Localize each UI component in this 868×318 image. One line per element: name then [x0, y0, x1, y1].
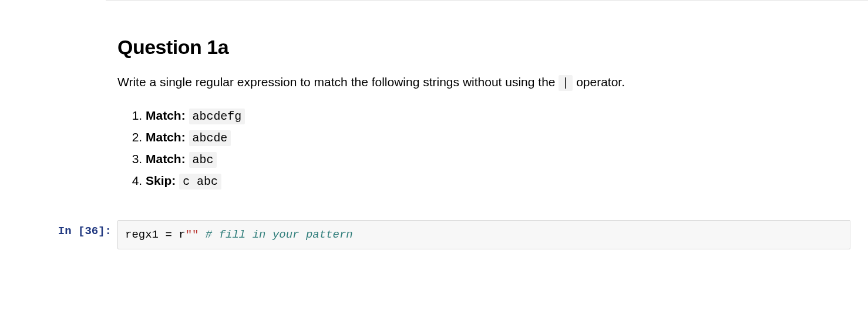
list-item-value: c abc [179, 174, 221, 190]
list-item: Skip: c abc [146, 170, 850, 192]
examples-list: Match: abcdefg Match: abcde Match: abc S… [117, 105, 850, 192]
in-prompt-number: 36 [85, 225, 98, 238]
code-cell: In [36]: regx1 = r"" # fill in your patt… [0, 220, 868, 268]
code-input-area[interactable]: regx1 = r"" # fill in your pattern [117, 220, 850, 250]
code-token-space [172, 228, 179, 241]
list-item-label: Match: [146, 109, 186, 122]
list-item-label: Match: [146, 152, 186, 165]
code-prompt: In [36]: [0, 220, 117, 238]
question-heading: Question 1a [117, 36, 850, 59]
code-token-rawprefix: r [179, 228, 185, 241]
code-token-space [199, 228, 205, 241]
notebook: Question 1a Write a single regular expre… [0, 0, 868, 267]
description-text-post: operator. [573, 75, 625, 89]
code-token-varname: regx1 [125, 228, 159, 241]
markdown-content: Question 1a Write a single regular expre… [117, 1, 868, 220]
list-item: Match: abc [146, 148, 850, 170]
in-prompt-prefix: In [ [58, 225, 85, 238]
list-item: Match: abcde [146, 127, 850, 148]
code-token-string: "" [186, 228, 199, 241]
list-item-value: abcde [189, 130, 231, 146]
in-prompt-suffix: ]: [98, 225, 112, 238]
code-token-comment: # fill in your pattern [206, 228, 353, 241]
list-item-value: abc [189, 152, 217, 168]
markdown-prompt-gutter [0, 1, 117, 5]
description-text-pre: Write a single regular expression to mat… [117, 75, 559, 89]
code-token-assign: = [165, 228, 171, 241]
list-item-label: Skip: [146, 174, 176, 187]
question-description: Write a single regular expression to mat… [117, 73, 850, 92]
pipe-operator-code: | [559, 75, 573, 91]
list-item-value: abcdefg [189, 109, 245, 124]
list-item: Match: abcdefg [146, 105, 850, 127]
markdown-cell: Question 1a Write a single regular expre… [0, 1, 868, 220]
code-content: regx1 = r"" # fill in your pattern [117, 220, 868, 268]
list-item-label: Match: [146, 130, 186, 144]
code-token-space [159, 228, 165, 241]
